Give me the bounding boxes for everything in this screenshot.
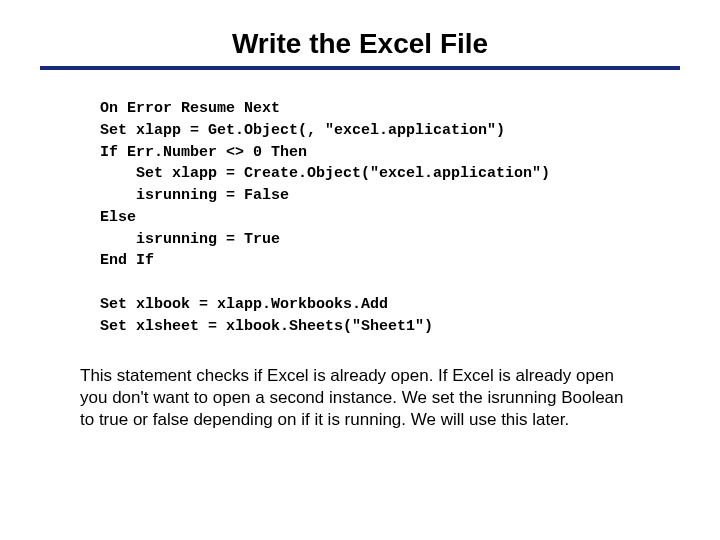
description-text: This statement checks if Excel is alread… bbox=[80, 365, 640, 431]
title-underline bbox=[40, 66, 680, 70]
slide: Write the Excel File On Error Resume Nex… bbox=[0, 0, 720, 540]
code-block: On Error Resume Next Set xlapp = Get.Obj… bbox=[100, 98, 720, 337]
page-title: Write the Excel File bbox=[0, 0, 720, 66]
